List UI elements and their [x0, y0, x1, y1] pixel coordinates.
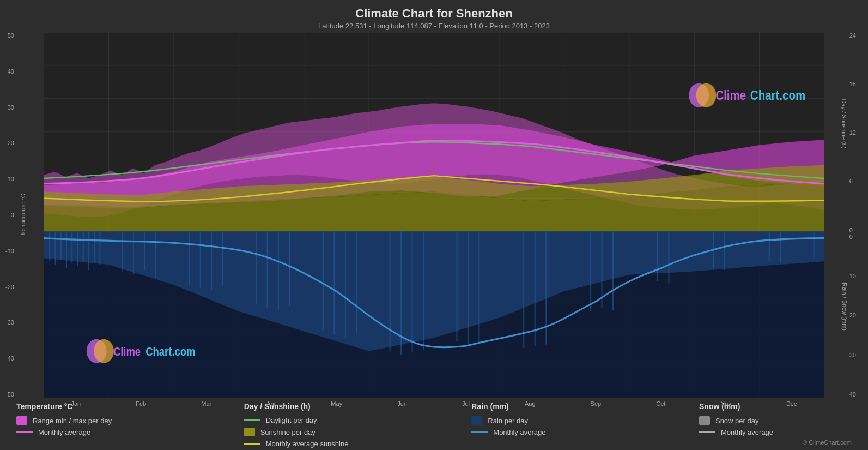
- svg-rect-67: [535, 231, 536, 346]
- svg-rect-45: [144, 231, 145, 270]
- svg-rect-36: [66, 231, 67, 268]
- svg-rect-56: [333, 231, 335, 334]
- y-right-top-6: 6: [849, 178, 853, 184]
- svg-rect-44: [133, 231, 134, 274]
- svg-rect-66: [523, 231, 524, 347]
- legend-item-rain-swatch: Rain per day: [471, 416, 624, 425]
- svg-rect-65: [478, 231, 479, 343]
- chart-title: Climate Chart for Shenzhen: [0, 7, 868, 21]
- x-aug: Aug: [525, 400, 536, 407]
- legend-swatch-temp-range: [16, 416, 27, 425]
- y-right-top-24: 24: [849, 32, 856, 39]
- x-jun: Jun: [397, 400, 407, 407]
- svg-text:Chart.com: Chart.com: [145, 345, 195, 358]
- svg-rect-40: [88, 231, 89, 270]
- x-feb: Feb: [136, 400, 146, 407]
- svg-rect-34: [54, 231, 56, 265]
- svg-rect-46: [155, 231, 156, 278]
- svg-rect-37: [71, 231, 72, 263]
- legend-line-rain-avg: [471, 431, 488, 433]
- y-right-bot-20: 20: [849, 312, 856, 319]
- legend-swatch-rain: [471, 416, 482, 425]
- y-left-val-10: 10: [8, 176, 14, 182]
- header: Climate Chart for Shenzhen Latitude 22.5…: [0, 0, 868, 32]
- svg-rect-33: [49, 231, 50, 261]
- svg-rect-69: [590, 231, 591, 311]
- y-left-val-20: 20: [8, 140, 14, 146]
- y-right-bot-0: 0: [849, 233, 853, 240]
- svg-rect-76: [769, 231, 770, 261]
- legend-item-sunshine-swatch: Sunshine per day: [244, 428, 397, 436]
- svg-rect-53: [278, 231, 279, 310]
- x-sep: Sep: [591, 400, 602, 407]
- y-left-val-50: 50: [8, 32, 14, 39]
- svg-rect-64: [468, 231, 469, 344]
- svg-rect-58: [356, 231, 357, 332]
- svg-point-84: [696, 83, 717, 107]
- svg-rect-39: [83, 231, 84, 261]
- x-may: May: [331, 400, 342, 407]
- legend-item-daylight: Daylight per day: [244, 416, 397, 424]
- svg-rect-55: [323, 231, 324, 331]
- svg-rect-48: [200, 231, 201, 288]
- x-jan: Jan: [71, 400, 81, 407]
- svg-rect-62: [423, 231, 424, 350]
- page: Climate Chart for Shenzhen Latitude 22.5…: [0, 0, 868, 450]
- svg-rect-59: [390, 231, 391, 351]
- x-mar: Mar: [201, 400, 211, 407]
- y-left-val-n30: -30: [5, 319, 14, 326]
- svg-rect-50: [222, 231, 223, 286]
- y-right-bot-30: 30: [849, 352, 856, 358]
- y-right-top-18: 18: [849, 81, 856, 87]
- legend-item-temp-avg: Monthly average: [16, 428, 169, 436]
- y-right-top-0: 0: [849, 227, 853, 233]
- y-left-val-n10: -10: [5, 248, 14, 254]
- y-left-val-n50: -50: [5, 391, 14, 398]
- svg-rect-57: [345, 231, 346, 338]
- svg-text:Clime: Clime: [715, 88, 746, 103]
- svg-rect-43: [122, 231, 123, 271]
- y-right-bot-label: Rain / Snow (mm): [841, 282, 848, 330]
- svg-rect-52: [266, 231, 268, 308]
- legend-swatch-snow: [699, 416, 710, 425]
- copyright: © ClimeChart.com: [803, 439, 852, 446]
- svg-rect-75: [724, 231, 725, 270]
- y-right-top-12: 12: [849, 129, 856, 136]
- legend-line-snow-avg: [699, 431, 715, 433]
- x-dec: Dec: [786, 400, 797, 407]
- legend-item-rain-avg: Monthly average: [471, 428, 624, 436]
- svg-point-80: [94, 339, 114, 363]
- chart-subtitle: Latitude 22.531 - Longitude 114.087 - El…: [0, 22, 868, 30]
- y-left-val-0: 0: [11, 212, 14, 218]
- legend-item-temp-range: Range min / max per day: [16, 416, 169, 425]
- legend-line-temp-avg: [16, 431, 33, 433]
- y-right-top-label: Day / Sunshine (h): [840, 99, 847, 148]
- y-left-val-n40: -40: [5, 355, 14, 362]
- svg-rect-71: [612, 231, 614, 310]
- y-left-val-n20: -20: [5, 284, 14, 290]
- legend-line-sunshine-avg: [244, 443, 260, 445]
- legend-item-sunshine-avg: Monthly average sunshine: [244, 440, 397, 448]
- legend-item-snow-avg: Monthly average: [699, 428, 852, 436]
- y-left-label: Temperature °C: [20, 194, 26, 236]
- y-left-val-30: 30: [8, 104, 14, 111]
- svg-rect-61: [412, 231, 413, 352]
- y-left-val-40: 40: [8, 68, 14, 75]
- svg-rect-73: [668, 231, 669, 283]
- x-jul: Jul: [462, 400, 470, 407]
- svg-rect-38: [77, 231, 78, 266]
- svg-rect-41: [94, 231, 95, 262]
- main-chart-svg: Clime Chart.com Clime Chart.com: [44, 32, 824, 398]
- legend-swatch-sunshine: [244, 428, 255, 436]
- svg-rect-54: [289, 231, 290, 305]
- svg-rect-35: [60, 231, 62, 259]
- svg-rect-49: [211, 231, 212, 290]
- y-right-bot-40: 40: [849, 391, 856, 398]
- legend-item-snow-swatch: Snow per day: [699, 416, 852, 425]
- x-nov: Nov: [720, 400, 731, 407]
- x-apr: Apr: [266, 400, 276, 407]
- x-oct: Oct: [656, 400, 665, 407]
- svg-rect-78: [814, 231, 815, 258]
- svg-rect-42: [99, 231, 100, 265]
- svg-text:Chart.com: Chart.com: [750, 88, 805, 103]
